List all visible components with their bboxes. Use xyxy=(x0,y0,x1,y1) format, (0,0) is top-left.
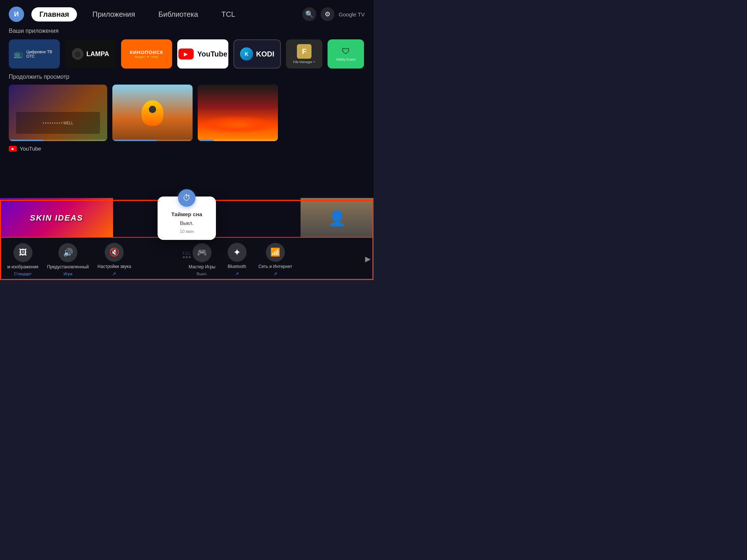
nav-item-home[interactable]: Главная xyxy=(31,7,77,22)
kinopoisk-label: КИНОПОИСК xyxy=(130,50,163,55)
preset-icon: 🔊 xyxy=(58,243,77,262)
video-thumb-3[interactable] xyxy=(198,85,278,141)
game-master-label: Мастер Игры xyxy=(189,264,215,269)
qs-bluetooth[interactable]: ✦ Bluetooth ↗ xyxy=(224,243,250,276)
search-button[interactable]: 🔍 xyxy=(302,7,316,21)
lampa-icon: ◎ xyxy=(72,48,84,60)
youtube-icon: ▶ xyxy=(178,48,194,59)
safety-icon: 🛡 xyxy=(342,47,350,56)
video-thumb-1[interactable]: • • • • • • • • • WELL xyxy=(9,85,107,141)
image-mode-icon: 🖼 xyxy=(13,243,32,262)
progress-bar-2 xyxy=(112,140,193,141)
qs-preset[interactable]: 🔊 Предустановленный Игра xyxy=(47,243,89,276)
network-icon: 📶 xyxy=(266,243,285,262)
nav-item-tcl[interactable]: TCL xyxy=(213,7,243,22)
progress-fill-1 xyxy=(9,140,43,141)
top-nav: И Главная Приложения Библиотека TCL 🔍 ⚙ … xyxy=(0,0,374,26)
tcl-dot-1 xyxy=(183,256,185,258)
user-avatar[interactable]: И xyxy=(9,7,24,22)
app-lampa[interactable]: ◎ LAMPA xyxy=(65,39,116,69)
app-digital-tv[interactable]: 📺 Цифровое ТВ ОТС xyxy=(9,39,60,69)
kinopoisk-sub: Яндекс ✦ Плюс xyxy=(135,55,159,59)
quick-settings-panel: 🖼 м изображения Стандарт 🔊 Предустановле… xyxy=(0,237,374,280)
skin-ideas-text: SKIN IDEAS xyxy=(30,213,83,223)
video-thumb-2[interactable] xyxy=(112,85,193,141)
sleep-timer-next: 10 мин xyxy=(180,229,194,234)
progress-fill-3 xyxy=(198,140,214,141)
google-tv-label: Google TV xyxy=(339,11,365,18)
youtube-source-label: YouTube xyxy=(20,145,41,152)
sound-settings-label: Настройки звука xyxy=(97,264,131,269)
qs-game-master[interactable]: 🎮 Мастер Игры Выкл. xyxy=(189,243,215,276)
image-mode-sublabel: Стандарт xyxy=(14,272,32,276)
lampa-label: LAMPA xyxy=(86,50,109,58)
game-master-sublabel: Выкл. xyxy=(197,272,208,276)
sleep-timer-popup: ⏱ Таймер сна Выкл. 10 мин xyxy=(158,197,216,240)
kodi-label: KODI xyxy=(256,50,274,58)
qs-network[interactable]: 📶 Сеть и Интернет ↗ xyxy=(259,243,292,276)
digital-tv-label: Цифровое ТВ ОТС xyxy=(26,50,56,58)
file-manager-label: File Manager + xyxy=(293,60,315,64)
tcl-label: TCL xyxy=(182,252,191,256)
tcl-dot-2 xyxy=(186,256,188,258)
app-safety-guard[interactable]: 🛡 Safety Guard xyxy=(328,39,364,69)
sound-settings-sublabel: ↗ xyxy=(112,271,116,276)
settings-button[interactable]: ⚙ xyxy=(321,7,334,21)
digital-tv-icon: 📺 xyxy=(12,47,23,61)
app-kodi[interactable]: K KODI xyxy=(233,39,281,69)
qs-sound-settings[interactable]: 🔇 Настройки звука ↗ xyxy=(97,243,131,276)
image-mode-label: м изображения xyxy=(7,264,38,269)
nav-item-apps[interactable]: Приложения xyxy=(84,7,143,22)
sound-settings-icon: 🔇 xyxy=(105,243,124,262)
apps-section-label: Ваши приложения xyxy=(0,26,374,36)
continue-section-label: Продолжить просмотр xyxy=(0,71,374,82)
tcl-dots xyxy=(183,256,191,258)
bluetooth-icon: ✦ xyxy=(228,243,247,262)
top-right-controls: 🔍 ⚙ Google TV xyxy=(302,7,365,21)
progress-bar-1 xyxy=(9,140,107,141)
network-label: Сеть и Интернет xyxy=(259,264,292,269)
safety-label: Safety Guard xyxy=(336,58,355,61)
youtube-label: YouTube xyxy=(197,50,228,58)
progress-fill-2 xyxy=(112,140,156,141)
app-youtube[interactable]: ▶ YouTube xyxy=(177,39,228,69)
bluetooth-label: Bluetooth xyxy=(228,264,246,269)
file-manager-icon: F xyxy=(297,44,311,59)
tcl-bar: TCL xyxy=(182,252,191,258)
source-label: YouTube xyxy=(0,143,374,156)
skin-ideas-thumb[interactable]: SKIN IDEAS xyxy=(0,198,113,238)
app-kinopoisk[interactable]: КИНОПОИСК Яндекс ✦ Плюс xyxy=(121,39,172,69)
network-sublabel: ↗ xyxy=(274,271,277,276)
qs-image-mode[interactable]: 🖼 м изображения Стандарт xyxy=(7,243,38,276)
kodi-icon: K xyxy=(240,47,253,61)
tcl-dot-3 xyxy=(189,256,191,258)
preset-label: Предустановленный xyxy=(47,264,89,269)
progress-bar-3 xyxy=(198,140,278,141)
sleep-timer-popup-title: Таймер сна xyxy=(171,211,202,217)
person-thumb: 👤 xyxy=(301,198,374,238)
quick-settings-arrow-right[interactable]: ▶ xyxy=(365,254,371,263)
preset-sublabel: Игра xyxy=(63,272,72,276)
bluetooth-sublabel: ↗ xyxy=(235,271,239,276)
game-master-icon: 🎮 xyxy=(193,243,212,262)
apps-row: 📺 Цифровое ТВ ОТС ◎ LAMPA КИНОПОИСК Янде… xyxy=(0,36,374,71)
tv-screen: И Главная Приложения Библиотека TCL 🔍 ⚙ … xyxy=(0,0,374,280)
sleep-timer-popup-icon: ⏱ xyxy=(178,189,196,207)
youtube-source-icon xyxy=(9,146,17,152)
app-file-manager[interactable]: F File Manager + xyxy=(286,39,322,69)
nav-item-library[interactable]: Библиотека xyxy=(150,7,206,22)
continue-row: • • • • • • • • • WELL xyxy=(0,82,374,143)
sleep-timer-status[interactable]: Выкл. xyxy=(180,220,194,226)
